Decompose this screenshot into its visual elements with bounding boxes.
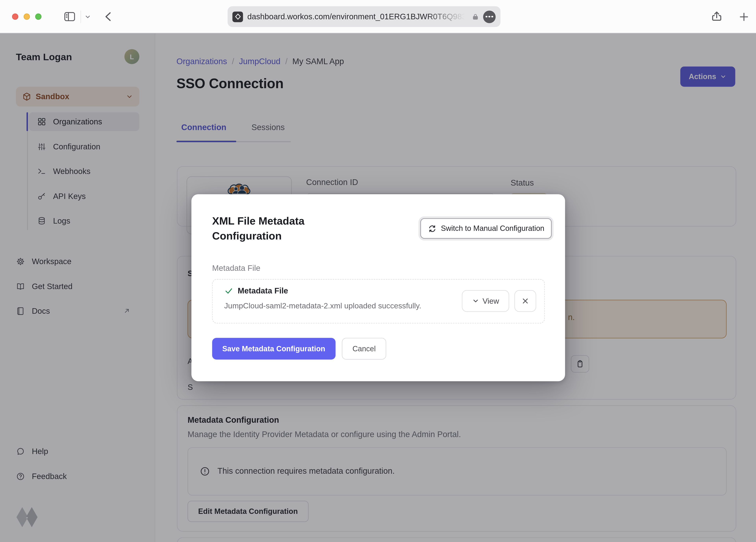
back-icon[interactable] xyxy=(102,10,115,23)
sidebar-toggle-icon[interactable] xyxy=(63,10,76,23)
switch-sync-icon xyxy=(428,224,437,233)
file-status-row: Metadata File xyxy=(224,286,288,295)
browser-chrome: dashboard.workos.com/environment_01ERG1B… xyxy=(0,0,756,33)
share-icon[interactable] xyxy=(710,10,723,23)
chevron-down-icon[interactable] xyxy=(84,14,91,20)
file-status-detail: JumpCloud-saml2-metadata-2.xml uploaded … xyxy=(224,302,421,310)
toolbar-divider xyxy=(81,11,81,23)
save-metadata-configuration-button[interactable]: Save Metadata Configuration xyxy=(212,338,335,359)
minimize-window-button[interactable] xyxy=(24,14,30,20)
new-tab-icon[interactable] xyxy=(738,11,750,23)
switch-button-label: Switch to Manual Configuration xyxy=(441,224,544,233)
site-favicon xyxy=(232,11,243,22)
file-status-title: Metadata File xyxy=(238,286,288,295)
lock-icon xyxy=(472,13,479,20)
remove-file-button[interactable] xyxy=(514,290,536,312)
xml-metadata-dialog: XML File Metadata Configuration Switch t… xyxy=(191,194,565,381)
url-text: dashboard.workos.com/environment_01ERG1B… xyxy=(247,12,472,21)
page-menu-icon[interactable] xyxy=(483,10,496,23)
switch-to-manual-configuration-button[interactable]: Switch to Manual Configuration xyxy=(421,218,552,239)
dialog-title: XML File Metadata Configuration xyxy=(212,214,333,244)
view-button-label: View xyxy=(483,296,499,305)
zoom-window-button[interactable] xyxy=(35,14,42,20)
close-window-button[interactable] xyxy=(12,14,18,20)
metadata-file-label: Metadata File xyxy=(212,264,260,273)
cancel-button[interactable]: Cancel xyxy=(342,338,386,359)
workos-dashboard: Team Logan L Sandbox xyxy=(0,0,756,542)
check-icon xyxy=(224,286,233,295)
uploaded-file-box: Metadata File JumpCloud-saml2-metadata-2… xyxy=(212,279,545,323)
address-bar[interactable]: dashboard.workos.com/environment_01ERG1B… xyxy=(228,6,500,27)
view-file-button[interactable]: View xyxy=(462,290,509,312)
close-icon xyxy=(521,297,529,305)
